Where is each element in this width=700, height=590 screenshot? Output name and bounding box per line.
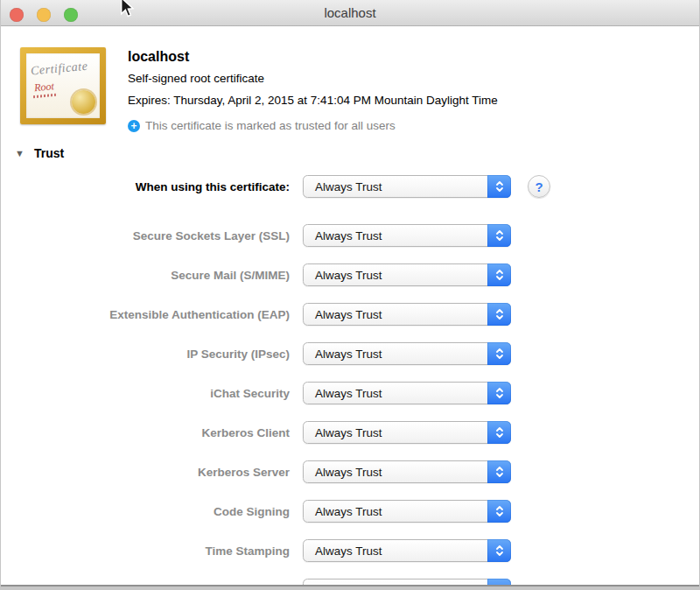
certificate-name: localhost bbox=[128, 48, 498, 65]
popup-chevrons-icon bbox=[487, 500, 511, 523]
trust-rows: When using this certificate: Always Trus… bbox=[1, 175, 699, 585]
trust-row-time-stamping: Time Stamping Always Trust bbox=[1, 539, 699, 562]
popup-selected-value: Always Trust bbox=[304, 505, 382, 518]
trust-row-label: X.509 Basic Policy bbox=[1, 584, 290, 586]
popup-selected-value: Always Trust bbox=[304, 229, 382, 242]
popup-chevrons-icon bbox=[487, 539, 511, 562]
popup-chevrons-icon bbox=[487, 224, 511, 247]
popup-secure-sockets-layer-ssl[interactable]: Always Trust bbox=[303, 224, 511, 247]
trust-row-label: Kerberos Client bbox=[1, 426, 290, 439]
trust-row-secure-mail-s-mime: Secure Mail (S/MIME) Always Trust bbox=[1, 263, 699, 286]
trust-row-label: When using this certificate: bbox=[1, 180, 290, 193]
trust-row-extensible-authentication-eap: Extensible Authentication (EAP) Always T… bbox=[1, 303, 699, 326]
help-button[interactable]: ? bbox=[528, 175, 550, 198]
popup-time-stamping[interactable]: Always Trust bbox=[303, 539, 511, 562]
trust-row-label: Secure Mail (S/MIME) bbox=[1, 269, 290, 282]
popup-selected-value: Always Trust bbox=[304, 466, 382, 479]
popup-x-509-basic-policy[interactable]: Always Trust bbox=[303, 579, 511, 585]
trust-row-label: Time Stamping bbox=[1, 544, 290, 558]
certificate-window: localhost Certificate Root localhost Sel… bbox=[0, 0, 700, 590]
titlebar: localhost bbox=[1, 0, 699, 26]
popup-selected-value: Always Trust bbox=[304, 180, 382, 193]
trust-row-label: Secure Sockets Layer (SSL) bbox=[1, 229, 290, 242]
disclosure-triangle-icon[interactable]: ▼ bbox=[15, 148, 27, 158]
trust-section-header: ▼ Trust bbox=[15, 145, 699, 160]
traffic-lights bbox=[10, 8, 91, 22]
trust-row-label: iChat Security bbox=[1, 387, 290, 400]
popup-chevrons-icon bbox=[487, 421, 511, 444]
certificate-seal-icon bbox=[72, 90, 95, 114]
popup-selected-value: Always Trust bbox=[304, 387, 382, 400]
popup-selected-value: Always Trust bbox=[304, 348, 382, 361]
trusted-note: + This certificate is marked as trusted … bbox=[128, 119, 498, 132]
popup-extensible-authentication-eap[interactable]: Always Trust bbox=[303, 303, 511, 326]
popup-chevrons-icon bbox=[487, 263, 511, 286]
popup-chevrons-icon bbox=[487, 303, 511, 326]
popup-chevrons-icon bbox=[487, 579, 511, 585]
popup-ichat-security[interactable]: Always Trust bbox=[303, 382, 511, 404]
popup-code-signing[interactable]: Always Trust bbox=[303, 500, 511, 523]
certificate-info: localhost Self-signed root certificate E… bbox=[128, 47, 498, 132]
trust-row-label: Code Signing bbox=[1, 505, 290, 518]
popup-selected-value: Always Trust bbox=[304, 269, 382, 282]
window-title: localhost bbox=[1, 0, 699, 26]
trust-row-x-509-basic-policy: X.509 Basic Policy Always Trust bbox=[1, 579, 699, 585]
popup-kerberos-server[interactable]: Always Trust bbox=[303, 460, 511, 483]
certificate-header: Certificate Root localhost Self-signed r… bbox=[1, 26, 699, 132]
trust-section-label: Trust bbox=[34, 146, 64, 160]
close-button[interactable] bbox=[10, 8, 24, 22]
trust-row-ichat-security: iChat Security Always Trust bbox=[1, 382, 699, 404]
trust-row-label: Extensible Authentication (EAP) bbox=[1, 308, 290, 321]
trust-row-code-signing: Code Signing Always Trust bbox=[1, 500, 699, 523]
window-bottom-edge bbox=[1, 585, 699, 590]
trust-row-when-using-this-certificate: When using this certificate: Always Trus… bbox=[1, 175, 699, 198]
popup-chevrons-icon bbox=[487, 460, 511, 483]
zoom-button[interactable] bbox=[64, 8, 78, 22]
certificate-icon: Certificate Root bbox=[20, 47, 106, 124]
trust-row-kerberos-server: Kerberos Server Always Trust bbox=[1, 460, 699, 483]
popup-ip-security-ipsec[interactable]: Always Trust bbox=[303, 342, 511, 365]
trust-row-kerberos-client: Kerberos Client Always Trust bbox=[1, 421, 699, 444]
popup-secure-mail-s-mime[interactable]: Always Trust bbox=[303, 263, 511, 286]
popup-chevrons-icon bbox=[487, 175, 511, 198]
popup-selected-value: Always Trust bbox=[304, 544, 382, 558]
trust-row-label: Kerberos Server bbox=[1, 466, 290, 479]
popup-when-using-this-certificate[interactable]: Always Trust bbox=[303, 175, 511, 198]
popup-chevrons-icon bbox=[487, 342, 511, 365]
minimize-button[interactable] bbox=[37, 8, 51, 22]
trust-row-ip-security-ipsec: IP Security (IPsec) Always Trust bbox=[1, 342, 699, 365]
trust-row-label: IP Security (IPsec) bbox=[1, 348, 290, 361]
popup-chevrons-icon bbox=[487, 382, 511, 404]
certificate-kind: Self-signed root certificate bbox=[128, 71, 498, 86]
popup-selected-value: Always Trust bbox=[304, 426, 382, 439]
trust-row-secure-sockets-layer-ssl: Secure Sockets Layer (SSL) Always Trust bbox=[1, 224, 699, 247]
popup-kerberos-client[interactable]: Always Trust bbox=[303, 421, 511, 444]
certificate-icon-word: Certificate bbox=[30, 59, 100, 79]
mouse-cursor-icon bbox=[120, 0, 136, 23]
popup-selected-value: Always Trust bbox=[304, 584, 382, 586]
trusted-note-text: This certificate is marked as trusted fo… bbox=[145, 119, 396, 132]
window-content: Certificate Root localhost Self-signed r… bbox=[1, 26, 699, 585]
popup-selected-value: Always Trust bbox=[304, 308, 382, 321]
trusted-plus-icon: + bbox=[128, 120, 140, 132]
certificate-expires: Expires: Thursday, April 2, 2015 at 7:41… bbox=[128, 93, 498, 108]
